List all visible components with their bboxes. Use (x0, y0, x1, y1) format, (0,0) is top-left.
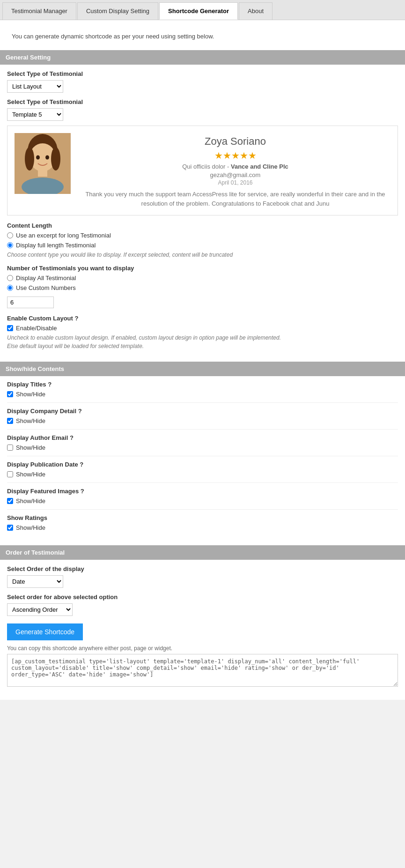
show-ratings-checkbox-group[interactable]: Show/Hide (7, 524, 398, 531)
preview-avatar (15, 133, 71, 194)
content-length-radio2[interactable] (7, 242, 13, 248)
display-company-checkbox[interactable] (7, 418, 13, 424)
display-company-row: Display Company Detail ? Show/Hide (7, 408, 398, 424)
generate-shortcode-button[interactable]: Generate Shortcode (7, 623, 83, 640)
preview-box: Zoya Soriano ★★★★★ Qui officiis dolor - … (7, 126, 398, 215)
preview-name: Zoya Soriano (80, 135, 390, 148)
tab-bar: Testimonial Manager Custom Display Setti… (0, 0, 405, 20)
custom-number-input[interactable]: 6 (7, 297, 54, 308)
display-author-email-checkbox-group[interactable]: Show/Hide (7, 444, 398, 451)
custom-layout-checkbox[interactable] (7, 325, 13, 331)
display-featured-images-checkbox[interactable] (7, 498, 13, 504)
custom-layout-help2: Else default layout will be loaded for s… (7, 343, 398, 349)
type-label-2: Select Type of Testimonial (7, 98, 398, 105)
svg-point-4 (51, 147, 60, 171)
display-titles-label: Display Titles ? (7, 381, 398, 388)
display-publication-date-row: Display Publication Date ? Show/Hide (7, 461, 398, 478)
general-setting-header: General Setting (0, 50, 405, 65)
tab-about[interactable]: About (239, 2, 272, 20)
content-length-option1[interactable]: Use an excerpt for long Testimonial (7, 232, 398, 239)
tab-shortcode-generator[interactable]: Shortcode Generator (159, 2, 238, 20)
direction-select[interactable]: Ascending Order Descending Order (7, 603, 73, 616)
info-text: You can generate dynamic shortcode as pe… (7, 27, 398, 45)
copy-text: You can copy this shortcode anywhere eit… (7, 645, 398, 652)
type-label-1: Select Type of Testimonial (7, 70, 398, 77)
preview-role: Qui officiis dolor - Vance and Cline Plc (80, 163, 390, 170)
order-label: Select Order of the display (7, 565, 398, 572)
number-section-label: Number of Testimonials you want to displ… (7, 265, 398, 272)
display-titles-checkbox[interactable] (7, 391, 13, 397)
display-author-email-label: Display Author Email ? (7, 434, 398, 441)
display-all-radio[interactable] (7, 275, 13, 281)
tab-custom-display-setting[interactable]: Custom Display Setting (77, 2, 158, 20)
show-ratings-checkbox[interactable] (7, 525, 13, 531)
tab-testimonial-manager[interactable]: Testimonial Manager (2, 2, 76, 20)
display-company-label: Display Company Detail ? (7, 408, 398, 415)
show-ratings-label: Show Ratings (7, 514, 398, 521)
preview-stars: ★★★★★ (80, 150, 390, 161)
custom-layout-label: Enable Custom Layout ? (7, 315, 398, 322)
content-length-label: Content Length (7, 222, 398, 229)
order-header: Order of Testimonial (0, 545, 405, 560)
display-publication-date-checkbox-group[interactable]: Show/Hide (7, 471, 398, 478)
display-author-email-row: Display Author Email ? Show/Hide (7, 434, 398, 451)
show-hide-header: Show/hide Contents (0, 362, 405, 376)
display-featured-images-row: Display Featured Images ? Show/Hide (7, 488, 398, 504)
custom-layout-help1: Uncheck to enable custom layout design. … (7, 334, 398, 341)
display-titles-row: Display Titles ? Show/Hide (7, 381, 398, 398)
content-length-help: Choose content type you would like to di… (7, 252, 398, 258)
content-length-radio1[interactable] (7, 232, 13, 238)
order-select[interactable]: Date Title Random ID (7, 575, 63, 588)
layout-type-select[interactable]: List Layout Grid Layout Slider Layout (7, 80, 63, 93)
display-all-option[interactable]: Display All Testimonial (7, 274, 398, 282)
display-titles-checkbox-group[interactable]: Show/Hide (7, 391, 398, 398)
display-featured-images-checkbox-group[interactable]: Show/Hide (7, 497, 398, 504)
display-featured-images-label: Display Featured Images ? (7, 488, 398, 495)
svg-point-8 (45, 156, 49, 160)
svg-point-3 (25, 147, 34, 171)
display-publication-date-label: Display Publication Date ? (7, 461, 398, 468)
direction-label: Select order for above selected option (7, 594, 398, 601)
template-type-select[interactable]: Template 1 Template 2 Template 3 Templat… (7, 108, 63, 121)
shortcode-textarea[interactable] (7, 654, 398, 687)
display-publication-date-checkbox[interactable] (7, 471, 13, 477)
custom-numbers-radio[interactable] (7, 285, 13, 291)
svg-rect-5 (38, 170, 47, 177)
show-ratings-row: Show Ratings Show/Hide (7, 514, 398, 531)
content-length-option2[interactable]: Display full length Testimonial (7, 242, 398, 249)
preview-content: Zoya Soriano ★★★★★ Qui officiis dolor - … (80, 133, 390, 208)
display-author-email-checkbox[interactable] (7, 445, 13, 451)
svg-point-7 (36, 156, 40, 160)
preview-text: Thank you very much the support team Acc… (80, 190, 390, 208)
preview-email: gezah@gmail.com (80, 171, 390, 178)
preview-date: April 01, 2016 (80, 179, 390, 186)
custom-layout-checkbox-group[interactable]: Enable/Disable (7, 325, 398, 332)
display-company-checkbox-group[interactable]: Show/Hide (7, 417, 398, 424)
custom-numbers-option[interactable]: Use Custom Numbers (7, 284, 398, 291)
